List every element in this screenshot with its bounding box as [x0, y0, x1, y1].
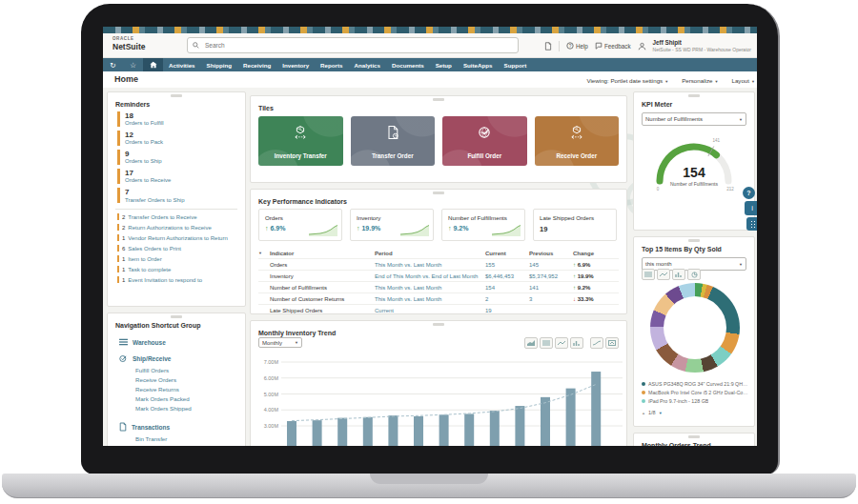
shortcut-warehouse[interactable]: Warehouse: [119, 338, 245, 346]
chart-type-column-icon[interactable]: [570, 337, 583, 349]
pager-down-icon[interactable]: ▼: [659, 411, 663, 415]
pager-label: 1/8: [648, 410, 656, 415]
kpi-card-number-of-fulfillments[interactable]: Number of Fulfillments↑ 9.2%: [441, 209, 525, 241]
user-avatar-icon[interactable]: [638, 42, 646, 50]
nav-item-receiving[interactable]: Receiving: [237, 58, 276, 71]
kpi-card-percent: 9.2%: [453, 225, 468, 232]
nav-item-inventory[interactable]: Inventory: [276, 58, 315, 71]
kpi-card-orders[interactable]: Orders↑ 6.9%: [258, 209, 342, 241]
tile-fulfill-order[interactable]: Fulfill Order: [442, 116, 527, 166]
pager-up-icon[interactable]: ▲: [642, 411, 645, 415]
nav-item-support[interactable]: Support: [499, 58, 533, 71]
shortcut-group-header[interactable]: Transactions: [119, 422, 245, 432]
reminder-count: 18: [125, 111, 245, 120]
chart-type-line-icon[interactable]: [657, 269, 670, 280]
kpi-meter-select[interactable]: Number of Fulfillments▼: [642, 112, 746, 126]
topbar-right-cluster: ? Help Feedback Jeff Shipit NetSuite - S…: [544, 36, 751, 55]
nav-item-activities[interactable]: Activities: [163, 58, 201, 71]
cell-previous[interactable]: 3: [529, 296, 573, 302]
reminder-item[interactable]: 9Orders to Ship: [117, 150, 245, 165]
personalize-dropdown[interactable]: Personalize▼: [682, 77, 718, 84]
help-button[interactable]: ? Help: [566, 42, 588, 50]
feedback-button[interactable]: Feedback: [595, 42, 631, 50]
cell-current[interactable]: 154: [485, 285, 529, 291]
cell-period[interactable]: Current: [375, 308, 485, 313]
recents-icon[interactable]: ↻: [103, 58, 123, 71]
cell-period[interactable]: This Month vs. Last Month: [375, 262, 485, 268]
global-search[interactable]: [187, 37, 519, 53]
cell-current[interactable]: 2: [485, 296, 529, 302]
trend-range-select[interactable]: Monthly▼: [258, 337, 302, 348]
reminder-item[interactable]: 1Task to complete: [117, 266, 245, 272]
chart-export-icon[interactable]: [605, 337, 619, 349]
help-float-button[interactable]: ?: [743, 187, 755, 199]
reminder-item[interactable]: 1Vendor Return Authorizations to Return: [117, 234, 245, 241]
chart-type-stacked-icon[interactable]: [540, 337, 553, 349]
user-menu[interactable]: Jeff Shipit NetSuite - SS WD PRM - Wareh…: [653, 39, 751, 52]
cell-previous[interactable]: 141: [529, 285, 573, 291]
nav-item-reports[interactable]: Reports: [315, 58, 348, 71]
nav-item-shipping[interactable]: Shipping: [201, 58, 237, 71]
chart-type-stacked-icon[interactable]: [642, 269, 655, 280]
shortcut-link[interactable]: Receive Orders: [135, 375, 245, 385]
tile-inventory-transfer[interactable]: Inventory Transfer: [258, 116, 343, 166]
cell-period[interactable]: End of This Month vs. End of Last Month: [375, 273, 485, 279]
apps-float-button[interactable]: [746, 217, 757, 231]
column-header: Period: [375, 251, 485, 256]
shortcut-link[interactable]: Mark Orders Shipped: [135, 404, 245, 413]
reminder-item[interactable]: 6Sales Orders to Print: [117, 245, 245, 252]
chevron-down-icon: ▼: [714, 79, 718, 84]
tile-transfer-order[interactable]: Transfer Order: [351, 116, 436, 166]
reminder-count: 6: [122, 246, 125, 252]
shortcut-link[interactable]: Fulfill Orders: [135, 366, 245, 375]
nav-item-analytics[interactable]: Analytics: [348, 58, 386, 71]
reminder-item[interactable]: 1Item to Order: [117, 255, 245, 262]
kpi-card-inventory[interactable]: Inventory↑ 19.9%: [350, 209, 434, 241]
chart-type-line-icon[interactable]: [555, 337, 568, 349]
cell-period[interactable]: This Month vs. Last Month: [375, 296, 485, 302]
reminder-item[interactable]: 2Return Authorizations to Receive: [117, 224, 245, 231]
viewing-dropdown[interactable]: Viewing: Portlet date settings▼: [586, 77, 668, 84]
chart-type-pie-icon[interactable]: [687, 269, 701, 280]
chart-type-area-icon[interactable]: [524, 337, 538, 349]
cell-current[interactable]: 19: [485, 308, 529, 313]
shortcut-link[interactable]: Mark Orders Packed: [135, 394, 245, 404]
shortcut-link[interactable]: Bin Transfer: [135, 434, 245, 444]
reminder-count: 7: [125, 188, 245, 196]
shortcuts-star-icon[interactable]: ☆: [123, 58, 143, 71]
chart-trendline-icon[interactable]: [590, 337, 603, 349]
shortcut-link[interactable]: Receive Returns: [135, 385, 245, 394]
cell-previous[interactable]: 145: [529, 262, 573, 268]
kpi-card-label: Orders: [265, 214, 341, 221]
shortcut-group-header[interactable]: Ship/Receive: [119, 354, 245, 363]
reminder-item[interactable]: 18Orders to Fulfill: [117, 111, 245, 127]
nav-item-documents[interactable]: Documents: [386, 58, 430, 71]
info-float-button[interactable]: i: [745, 201, 757, 215]
chart-bar: [464, 413, 474, 446]
reminder-item[interactable]: 7Transfer Orders to Ship: [117, 188, 245, 203]
table-caret-icon[interactable]: ▼: [258, 251, 270, 255]
chart-type-column-icon[interactable]: [672, 269, 685, 280]
reminder-label: Orders to Receive: [125, 177, 245, 184]
home-icon[interactable]: [143, 58, 163, 71]
tile-label: Receive Order: [535, 152, 620, 159]
tile-label: Inventory Transfer: [258, 152, 343, 159]
cell-period[interactable]: This Month vs. Last Month: [375, 285, 485, 291]
reminder-item[interactable]: 1Event Invitation to respond to: [117, 276, 245, 283]
cell-current[interactable]: 155: [485, 262, 529, 268]
layout-dropdown[interactable]: Layout▼: [731, 77, 755, 84]
cell-previous[interactable]: $5,374,952: [529, 273, 573, 279]
page-title: Home: [114, 74, 138, 84]
search-input[interactable]: [203, 41, 513, 50]
nav-item-suiteapps[interactable]: SuiteApps: [458, 58, 499, 71]
reminder-item[interactable]: 12Orders to Pack: [117, 131, 245, 146]
nav-item-setup[interactable]: Setup: [430, 58, 458, 71]
tile-receive-order[interactable]: Receive Order: [535, 116, 620, 166]
kpi-card-late-shipped-orders[interactable]: Late Shipped Orders19: [533, 209, 617, 241]
cell-current[interactable]: $6,446,453: [485, 273, 529, 279]
document-icon[interactable]: [544, 42, 552, 50]
reminder-item[interactable]: 17Orders to Receive: [117, 169, 245, 184]
change-value: 33.3%: [578, 296, 594, 302]
reminder-item[interactable]: 2Transfer Orders to Receive: [117, 213, 245, 220]
shortcut-link[interactable]: Enter Cycle Count: [135, 444, 245, 446]
